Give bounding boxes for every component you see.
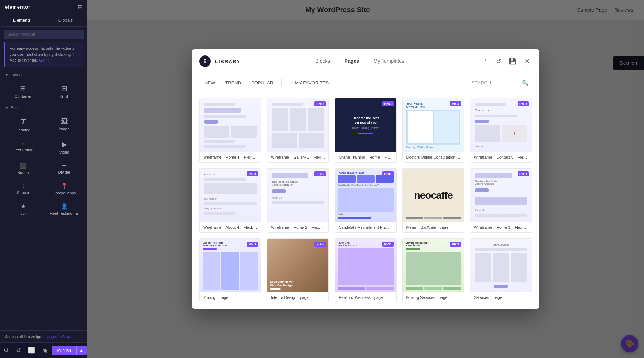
template-name: Wireframe – Contact 5 – Flexbox - p... — [474, 155, 528, 159]
filter-popular[interactable]: POPULAR — [246, 78, 278, 88]
search-widget-input[interactable] — [4, 30, 84, 39]
modal-header: E LIBRARY Blocks Pages My Templates ? ↺ … — [192, 49, 539, 73]
template-name: Candidate Recruitment Platform – p... — [338, 225, 392, 229]
template-info: Services – page — [470, 292, 532, 303]
template-thumbnail: PRO — [267, 98, 328, 152]
template-name: Moving Services - page — [406, 295, 460, 300]
icon-widget-icon: ★ — [21, 203, 26, 210]
pro-badge: PRO — [450, 242, 461, 247]
widget-icon[interactable]: ★ Icon — [3, 199, 43, 218]
pro-badge: PRO — [382, 171, 394, 176]
template-info: Wireframe – Home 2 – Flexbox - page — [267, 222, 328, 232]
template-name: Menu – Bar/Cafe - page — [406, 225, 460, 229]
close-icon[interactable]: ✕ — [522, 56, 532, 66]
template-card[interactable]: PRO Love Your Home.With Our Design Inter… — [267, 238, 329, 303]
maps-icon: 📍 — [61, 183, 68, 189]
template-thumbnail — [200, 98, 261, 152]
widget-divider[interactable]: ─ Divider — [44, 158, 84, 178]
widget-video[interactable]: ▶ Video — [44, 136, 84, 157]
template-card[interactable]: PRO This Headline GrabsVisitors' Attenti… — [267, 168, 329, 233]
pro-badge: PRO — [314, 101, 326, 106]
widget-button[interactable]: ⬛ Button — [3, 158, 43, 178]
help-icon[interactable]: ? — [479, 56, 489, 66]
refresh-icon[interactable]: ↺ — [493, 56, 503, 66]
widget-grid[interactable]: ⊟ Grid — [44, 80, 84, 101]
widget-testimonial[interactable]: 👤 Real Testimonial — [44, 199, 84, 218]
grid-widget-icon: ⊟ — [61, 84, 67, 93]
template-thumbnail: neocaffe — [403, 169, 464, 222]
template-name: Wireframe – About 4 – Flexbox - page — [203, 225, 257, 229]
template-search-input[interactable] — [472, 80, 520, 86]
template-thumbnail: PRO This Headline GrabsVisitors' Attenti… — [267, 169, 328, 222]
template-thumbnail: PRO HOW CANWE HELP YOU? — [335, 239, 396, 292]
modal-tabs: Blocks Pages My Templates — [245, 55, 475, 67]
template-info: Health & Wellness - page — [335, 292, 396, 303]
filter-divider — [281, 79, 282, 86]
settings-icon[interactable]: ⚙ — [1, 345, 11, 355]
template-card[interactable]: neocaffe Menu – Bar/Cafe - page — [402, 168, 464, 233]
template-card[interactable]: PRO Choose The PlanThat's Right For You. — [199, 238, 261, 303]
tab-globals[interactable]: Globals — [44, 14, 87, 26]
template-card[interactable]: PRO About Us Our Mission Why Choose Us — [199, 168, 261, 233]
template-name: Interior Design - page — [271, 295, 325, 300]
basic-arrow-icon: ▼ — [5, 106, 9, 110]
modal-tab-pages[interactable]: Pages — [337, 55, 366, 67]
filter-trend[interactable]: TREND — [220, 78, 246, 88]
template-card[interactable]: PRO HOW CANWE HELP YOU? Health & Wellnes… — [335, 238, 396, 303]
template-info: Wireframe – Gallery 1 – Flexbox - pa... — [267, 152, 328, 162]
text-editor-icon: ≡ — [21, 140, 25, 146]
template-info: Online Training – Home – Flexbox – ... — [335, 152, 396, 162]
widget-container-label: Container — [15, 94, 32, 98]
basic-widgets: T Heading 🖼 Image ≡ Text Editor ▶ Video … — [0, 111, 87, 220]
template-thumbnail: PRO Your Health,On Your Time Goodbye Wai… — [403, 98, 464, 152]
template-card[interactable]: Our Services Services – page — [470, 238, 532, 303]
template-thumbnail: PRO Love Your Home.With Our Design — [267, 239, 328, 292]
tab-elements[interactable]: Elements — [0, 14, 44, 26]
template-card[interactable]: PRO Become the Bestversion of you Online… — [335, 98, 396, 163]
template-card[interactable]: PRO Plans For Every Team Can't Decide Wh… — [335, 168, 396, 233]
container-icon: ⊞ — [20, 84, 26, 93]
sidebar-tabs: Elements Globals — [0, 14, 87, 27]
template-info: Wireframe – Contact 5 – Flexbox - p... — [470, 152, 532, 162]
template-card[interactable]: PRO Contact Us 📍 Visit Us — [470, 98, 532, 163]
template-card[interactable]: PRO — [267, 98, 329, 163]
modal-overlay: E LIBRARY Blocks Pages My Templates ? ↺ … — [87, 0, 644, 358]
widget-container[interactable]: ⊞ Container — [3, 80, 43, 101]
history-icon[interactable]: ◉ — [40, 345, 50, 355]
widget-heading[interactable]: T Heading — [3, 113, 43, 135]
widget-image[interactable]: 🖼 Image — [44, 113, 84, 135]
template-card[interactable]: PRO Moving Has NeverBeen Easier — [402, 238, 464, 303]
library-label: LIBRARY — [215, 59, 240, 64]
template-name: Wireframe – Home 3 – Flexbox - page — [474, 225, 528, 229]
section-basic[interactable]: ▼ Basic — [0, 103, 87, 111]
widget-text-editor[interactable]: ≡ Text Editor — [3, 136, 43, 157]
publish-dropdown-icon[interactable]: ▲ — [76, 346, 87, 355]
pro-badge: PRO — [314, 171, 326, 176]
undo-icon[interactable]: ↺ — [13, 345, 24, 355]
filter-new[interactable]: NEW — [199, 78, 220, 88]
section-layout[interactable]: ▼ Layout — [0, 70, 87, 78]
tip-got-it-link[interactable]: Got it — [39, 58, 49, 62]
template-grid: Wireframe – Home 1 – Flexbox - page PRO — [199, 98, 532, 303]
library-modal: E LIBRARY Blocks Pages My Templates ? ↺ … — [192, 49, 539, 309]
modal-tab-blocks[interactable]: Blocks — [308, 55, 337, 67]
template-name: Doctors Online Consultation – Flexb... — [406, 155, 460, 159]
spacer-icon: ↕ — [22, 183, 25, 189]
heading-icon: T — [21, 117, 25, 126]
widget-search-area — [0, 27, 87, 42]
template-card[interactable]: Wireframe – Home 1 – Flexbox - page — [199, 98, 261, 163]
pro-badge: PRO — [247, 171, 258, 176]
filter-favorites[interactable]: ♡ MY FAVORITES — [284, 78, 333, 88]
widget-google-maps[interactable]: 📍 Google Maps — [44, 178, 84, 198]
template-card[interactable]: PRO This Headline GrabsVisitors' Attenti… — [470, 168, 532, 233]
template-card[interactable]: PRO Your Health,On Your Time Goodbye Wai… — [402, 98, 464, 163]
responsive-icon[interactable]: ⬜ — [25, 345, 38, 355]
modal-tab-my-templates[interactable]: My Templates — [366, 55, 411, 67]
upgrade-link[interactable]: Upgrade Now — [47, 334, 70, 339]
grid-icon[interactable]: ⊞ — [78, 4, 82, 10]
publish-button[interactable]: Publish — [52, 346, 76, 355]
save-icon[interactable]: 💾 — [508, 56, 518, 66]
widget-spacer[interactable]: ↕ Spacer — [3, 178, 43, 198]
template-info: Pricing – page — [200, 292, 261, 303]
pro-badge: PRO — [247, 242, 258, 247]
